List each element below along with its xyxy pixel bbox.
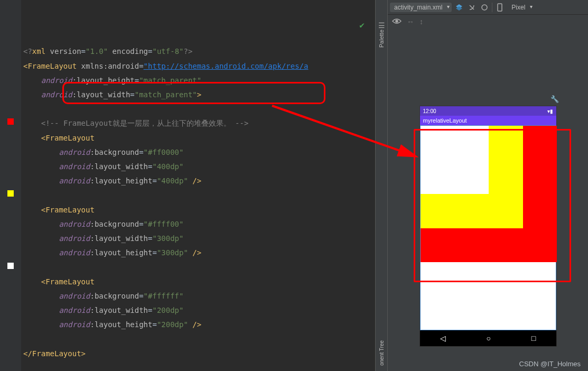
f1-bg-ns: android — [59, 148, 90, 156]
phone-app-bar: myrelativeLayout — [420, 116, 556, 125]
watermark-text: CSDN @IT_Holmes — [519, 360, 581, 368]
frame1-open: <FrameLayout — [41, 134, 95, 142]
f3-h-ns: android — [59, 320, 90, 329]
f1-h-val: "400dp" — [157, 177, 188, 185]
f3-h-val: "200dp" — [157, 320, 188, 329]
device-icon — [494, 2, 505, 13]
code-area[interactable]: <?xml version="1.0" encoding="utf-8"?> <… — [21, 0, 375, 371]
palette-label: Palette — [378, 30, 385, 48]
f3-w-ns: android — [59, 306, 90, 314]
f1-w-val: "400dp" — [152, 162, 183, 171]
xml-encoding-attr: encoding — [108, 47, 148, 55]
xml-version-val: "1.0" — [86, 47, 108, 55]
f2-w-ns: android — [59, 234, 90, 243]
comment-close: --> — [235, 119, 248, 127]
component-tree-label[interactable]: onent Tree — [379, 340, 385, 366]
xmlns-attr: xmlns:android — [77, 62, 139, 70]
theme-icon[interactable] — [479, 2, 490, 13]
status-icons: ▾▮ — [547, 108, 553, 114]
app-title: myrelativeLayout — [423, 117, 467, 124]
phone-nav-bar: ◁ ○ □ — [420, 330, 556, 346]
f1-w-name: :layout_width — [90, 162, 148, 171]
gutter-color-markers — [7, 0, 15, 371]
nav-back-icon[interactable]: ◁ — [440, 334, 446, 342]
device-dropdown[interactable]: Pixel — [507, 3, 535, 12]
eye-icon[interactable] — [392, 17, 402, 26]
preview-toolbar: activity_main.xml Pixel — [388, 0, 588, 15]
status-time: 12:00 — [423, 108, 436, 114]
resize-vertical-icon[interactable]: ↕ — [419, 17, 423, 26]
svg-point-2 — [482, 5, 487, 10]
f3-bg-name: :background — [90, 292, 139, 300]
f3-w-name: :layout_width — [90, 306, 148, 314]
xmlns-val: "http://schemas.android.com/apk/res/a — [144, 62, 309, 70]
layers-icon[interactable] — [454, 2, 464, 13]
f2-h-ns: android — [59, 248, 90, 257]
palette-sidebar[interactable]: ☰ Palette onent Tree — [375, 0, 388, 371]
f2-h-name: :layout_height — [90, 248, 152, 257]
comment-open: <!-- — [41, 119, 63, 127]
wrench-icon[interactable]: 🔧 — [550, 95, 559, 103]
device-dropdown-label: Pixel — [511, 4, 525, 11]
xml-editor-pane: <?xml version="1.0" encoding="utf-8"?> <… — [0, 0, 375, 371]
f3-close: /> — [188, 320, 201, 329]
layout-preview-pane: activity_main.xml Pixel ↔ ↕ 12:00 ▾▮ — [388, 0, 588, 371]
root-w-name: :layout_width — [72, 90, 130, 99]
xml-encoding-val: "utf-8" — [152, 47, 183, 55]
phone-frame: 12:00 ▾▮ myrelativeLayout ◁ ○ □ — [419, 106, 557, 347]
f2-bg-ns: android — [59, 220, 90, 228]
svg-rect-3 — [498, 4, 502, 11]
xml-decl-open: <? — [23, 47, 32, 55]
preview-toolbar-secondary: ↔ ↕ — [388, 15, 588, 29]
f1-bg-name: :background — [90, 148, 139, 156]
orientation-icon[interactable] — [466, 2, 477, 13]
frame3-open: <FrameLayout — [41, 277, 95, 286]
gutter-color-white[interactable] — [7, 263, 14, 269]
inspection-ok-icon[interactable]: ✔ — [359, 18, 365, 32]
root-w-val: "match_parent" — [135, 90, 197, 99]
gutter-color-yellow[interactable] — [7, 190, 14, 197]
root-h-val: "match_parent" — [139, 76, 201, 85]
root-open-close: > — [197, 90, 201, 99]
root-tag: FrameLayout — [27, 62, 77, 70]
nav-home-icon[interactable]: ○ — [487, 334, 491, 342]
f2-bg-name: :background — [90, 220, 139, 228]
file-dropdown-label: activity_main.xml — [394, 4, 442, 11]
gutter-color-red[interactable] — [7, 118, 14, 125]
f3-bg-ns: android — [59, 292, 90, 300]
f1-w-ns: android — [59, 162, 90, 171]
f2-bg-val: "#ffff00" — [144, 220, 184, 228]
svg-marker-1 — [456, 6, 462, 11]
f3-w-val: "200dp" — [152, 306, 183, 314]
f1-close: /> — [188, 177, 201, 185]
f1-h-name: :layout_height — [90, 177, 152, 185]
device-canvas[interactable]: 12:00 ▾▮ myrelativeLayout ◁ ○ □ — [388, 32, 588, 371]
root-h-name: :layout_height — [72, 76, 135, 85]
f3-bg-val: "#ffffff" — [144, 292, 184, 300]
comment-text: FrameLayout就是一层层，从上往下的堆叠效果。 — [63, 119, 235, 127]
framelayout-layer-white[interactable] — [421, 126, 489, 194]
root-h-ns: android — [41, 76, 72, 85]
f2-w-name: :layout_width — [90, 234, 148, 243]
resize-horizontal-icon[interactable]: ↔ — [407, 17, 414, 26]
xml-version-attr: version — [45, 47, 81, 55]
f2-h-val: "300dp" — [157, 248, 188, 257]
frame2-open: <FrameLayout — [41, 206, 95, 214]
file-dropdown[interactable]: activity_main.xml — [390, 3, 452, 12]
phone-status-bar: 12:00 ▾▮ — [420, 106, 556, 116]
stack-icon: ☰ — [378, 21, 385, 30]
svg-point-4 — [396, 20, 398, 22]
f2-w-val: "300dp" — [152, 234, 183, 243]
root-close-tag: </FrameLayout> — [23, 349, 86, 358]
xml-decl-tag: xml — [32, 47, 45, 55]
phone-content-area[interactable] — [420, 125, 556, 330]
f2-close: /> — [188, 248, 201, 257]
f3-h-name: :layout_height — [90, 320, 152, 329]
xml-decl-close: ?> — [184, 47, 193, 55]
nav-recent-icon[interactable]: □ — [531, 334, 536, 342]
f1-h-ns: android — [59, 177, 90, 185]
f1-bg-val: "#ff0000" — [144, 148, 184, 156]
root-w-ns: android — [41, 90, 72, 99]
